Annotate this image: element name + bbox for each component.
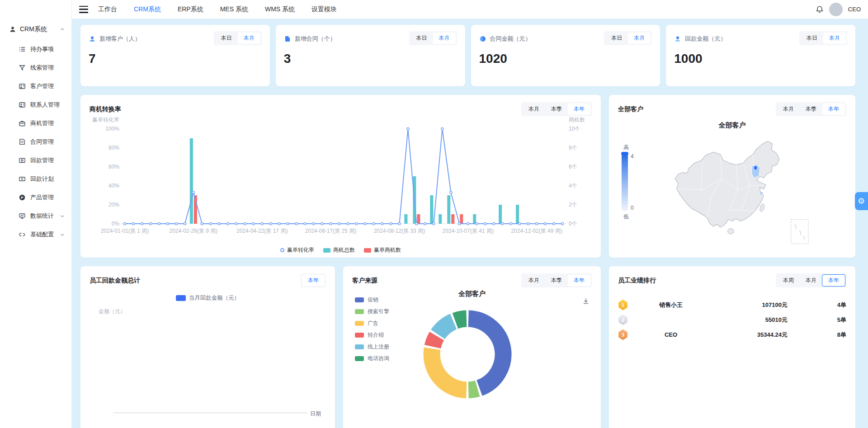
- sidebar-item-产品管理[interactable]: P产品管理: [0, 188, 71, 207]
- sidebar-item-回款计划[interactable]: 1回款计划: [0, 169, 71, 188]
- settings-float-button[interactable]: ⚙: [855, 192, 868, 210]
- customer-source-title: 客户来源: [352, 277, 377, 285]
- customer-source-donut[interactable]: [411, 298, 524, 411]
- period-option-本月[interactable]: 本月: [628, 33, 651, 44]
- visual-map-high-label: 高: [622, 144, 649, 151]
- period-option-本季[interactable]: 本季: [545, 103, 568, 115]
- sidebar-item-待办事项[interactable]: 待办事项: [0, 40, 71, 58]
- sidebar-item-基础配置[interactable]: 基础配置: [0, 225, 71, 244]
- sidebar-item-商机管理[interactable]: 商机管理: [0, 114, 71, 132]
- menu-icon[interactable]: [79, 6, 88, 13]
- contact-icon: [19, 101, 26, 108]
- avatar[interactable]: [829, 3, 843, 16]
- period-option-本季[interactable]: 本季: [800, 103, 822, 115]
- period-option-本月[interactable]: 本月: [523, 103, 545, 115]
- config-icon: [19, 231, 26, 238]
- sidebar-item-合同管理[interactable]: 合同管理: [0, 132, 71, 151]
- visual-map-gradient-bar[interactable]: [622, 153, 628, 211]
- user-icon: [9, 26, 16, 33]
- stat-card-value: 1020: [479, 52, 652, 66]
- svg-text:20%: 20%: [108, 202, 119, 208]
- nav-tab-工作台[interactable]: 工作台: [98, 5, 117, 14]
- rank-amount: 35344.24元: [714, 331, 788, 339]
- stat-card-value: 7: [89, 52, 262, 66]
- sidebar-item-数据统计[interactable]: 数据统计: [0, 207, 71, 225]
- period-option-本周[interactable]: 本周: [777, 275, 800, 286]
- sidebar-item-客户管理[interactable]: 客户管理: [0, 77, 71, 95]
- todo-icon: [19, 46, 26, 53]
- donut-segment-线上注册[interactable]: [438, 321, 453, 334]
- payment-chart-legend[interactable]: 当月回款金额（元）: [80, 294, 335, 302]
- svg-text:40%: 40%: [108, 183, 119, 189]
- svg-text:2个: 2个: [569, 202, 577, 208]
- nav-tab-CRM系统[interactable]: CRM系统: [134, 5, 161, 14]
- stat-card-label: 新增客户（人）: [89, 35, 141, 43]
- period-option-本月[interactable]: 本月: [238, 33, 260, 44]
- legend-item-电话咨询[interactable]: 电话咨询: [355, 355, 389, 362]
- chevron-down-icon: [60, 213, 65, 219]
- stat-cards-row: 新增客户（人）本日本月7新增合同（个）本日本月3合同金额（元）本日本月1020回…: [80, 25, 855, 86]
- ranking-row-3: 3CEO35344.24元8单: [618, 327, 846, 342]
- svg-text:2024-01-01(第 1 周): 2024-01-01(第 1 周): [101, 228, 149, 234]
- period-option-本月[interactable]: 本月: [523, 275, 545, 286]
- legend-item-搜索引擎[interactable]: 搜索引擎: [355, 308, 389, 315]
- donut-segment-促销[interactable]: [468, 319, 503, 388]
- download-icon[interactable]: [582, 297, 590, 307]
- nav-tab-MES 系统[interactable]: MES 系统: [220, 5, 248, 14]
- period-option-本日[interactable]: 本日: [605, 33, 628, 44]
- nav-tabs: 工作台CRM系统ERP系统MES 系统WMS 系统设置模块: [98, 5, 337, 14]
- donut-segment-转介绍[interactable]: [433, 336, 437, 347]
- payback-blue-icon: [674, 35, 681, 42]
- period-option-本月[interactable]: 本月: [823, 33, 846, 44]
- period-option-本年[interactable]: 本年: [568, 103, 590, 115]
- nav-tab-WMS 系统[interactable]: WMS 系统: [265, 5, 295, 14]
- legend-item-赢单商机数[interactable]: 赢单商机数: [364, 246, 401, 254]
- svg-text:2024-02-26(第 9 周): 2024-02-26(第 9 周): [169, 228, 217, 234]
- donut-segment-搜索引擎[interactable]: [468, 389, 477, 390]
- legend-item-促销[interactable]: 促销: [355, 296, 389, 304]
- sidebar-item-联系人管理[interactable]: 联系人管理: [0, 95, 71, 114]
- nav-tab-ERP系统[interactable]: ERP系统: [178, 5, 203, 14]
- svg-text:8个: 8个: [569, 145, 577, 151]
- customer-source-card: 客户来源 本月本季本年 全部客户 促销搜索引擎广告转介绍线上注册电话咨询: [343, 266, 601, 428]
- bell-icon[interactable]: [816, 5, 824, 14]
- period-option-本年[interactable]: 本年: [302, 275, 325, 286]
- conversion-chart-title: 商机转换率: [90, 105, 121, 113]
- stat-period-toggle: 本日本月: [799, 31, 847, 45]
- legend-item-商机总数[interactable]: 商机总数: [323, 246, 355, 254]
- sidebar-root-crm[interactable]: CRM系统: [0, 22, 71, 37]
- svg-text:60%: 60%: [108, 164, 119, 170]
- legend-item-赢单转化率[interactable]: 赢单转化率: [280, 246, 314, 254]
- sidebar-item-线索管理[interactable]: 线索管理: [0, 58, 71, 77]
- period-option-本季[interactable]: 本季: [545, 275, 568, 286]
- payment-x-axis: [113, 413, 307, 413]
- bar-series-marker: [364, 248, 371, 253]
- svg-text:2024-06-17(第 25 周): 2024-06-17(第 25 周): [305, 228, 356, 234]
- nav-tab-设置模块[interactable]: 设置模块: [311, 5, 337, 14]
- stat-card-value: 1000: [674, 52, 847, 66]
- svg-text:赢单转化率: 赢单转化率: [92, 117, 119, 123]
- period-option-本月[interactable]: 本月: [433, 33, 456, 44]
- visual-map-low-label: 低: [622, 213, 649, 221]
- legend-item-转介绍[interactable]: 转介绍: [355, 331, 389, 339]
- receipt-icon: [19, 157, 26, 164]
- period-option-本月[interactable]: 本月: [777, 103, 800, 115]
- sidebar-item-回款管理[interactable]: 回款管理: [0, 151, 71, 169]
- donut-segment-电话咨询[interactable]: [455, 319, 467, 321]
- period-option-本月[interactable]: 本月: [800, 275, 822, 286]
- user-blue-icon: [89, 35, 96, 42]
- plan-icon: 1: [19, 175, 26, 183]
- period-option-本年[interactable]: 本年: [568, 275, 590, 286]
- period-option-本日[interactable]: 本日: [410, 33, 433, 44]
- china-map[interactable]: [663, 130, 812, 248]
- stat-card-回款金额（元）: 回款金额（元）本日本月1000: [666, 25, 855, 86]
- performance-ranking-title: 员工业绩排行: [618, 277, 656, 285]
- legend-item-线上注册[interactable]: 线上注册: [355, 343, 389, 351]
- legend-item-广告[interactable]: 广告: [355, 320, 389, 327]
- period-option-本日[interactable]: 本日: [215, 33, 238, 44]
- donut-segment-广告[interactable]: [432, 348, 467, 390]
- period-option-本日[interactable]: 本日: [801, 33, 823, 44]
- rank-employee-name: 销售小王: [628, 301, 714, 309]
- period-option-本年[interactable]: 本年: [822, 103, 845, 115]
- period-option-本年[interactable]: 本年: [822, 275, 845, 286]
